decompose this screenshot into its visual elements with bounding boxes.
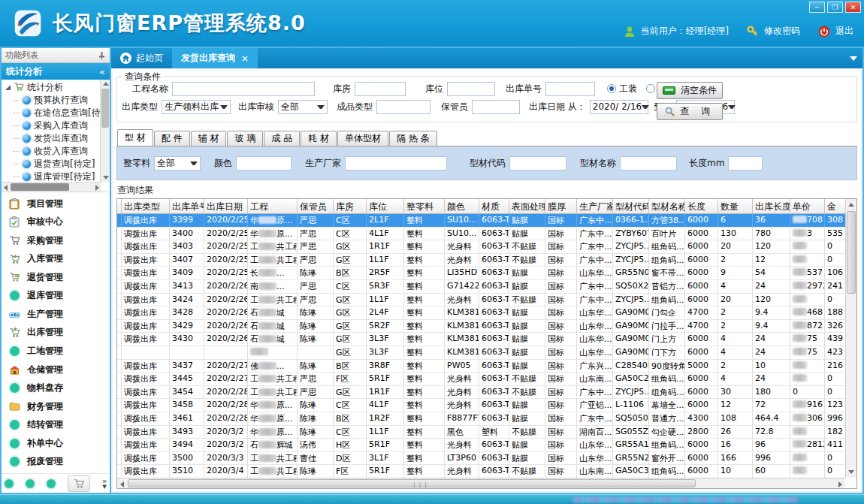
table-row[interactable]: G区3L3F整料KLM38176063-T5贴膜国标山东华...GA90M09.…	[117, 346, 845, 360]
column-header[interactable]: 数量	[718, 199, 753, 213]
tree-item[interactable]: 退货查询[待定]	[2, 158, 110, 171]
column-header[interactable]: 库位	[367, 199, 404, 213]
sidebar-group-item[interactable]: 报废管理	[2, 455, 110, 468]
sidebar-group-item[interactable]: 采购管理	[2, 234, 110, 247]
table-row[interactable]: 调拨出库33992020/2/25华原...严思C区2L1F整料SU10...6…	[117, 214, 845, 228]
product-type-input[interactable]	[376, 100, 430, 114]
column-header[interactable]: 出库类型	[122, 199, 170, 213]
toolbar-dot-icon[interactable]	[5, 479, 14, 488]
factory-input[interactable]	[345, 156, 447, 171]
table-row[interactable]: 调拨出库34092020/2/25长...陈琳B区2R5F整料LI35HD606…	[117, 267, 845, 280]
material-tab[interactable]: 耗 材	[301, 131, 337, 146]
sidebar-group-item[interactable]: 物料盘存	[2, 382, 110, 394]
warehouse-input[interactable]	[355, 82, 406, 96]
toolbar-dot-icon[interactable]	[26, 479, 35, 488]
tree-item[interactable]: 在途信息查询[待	[2, 107, 110, 119]
clear-conditions-button[interactable]: 清空条件	[657, 82, 723, 99]
column-header[interactable]: 表面处理	[509, 199, 545, 213]
table-row[interactable]: 调拨出库34542020/2/28工共工程严思G区1R1F整料光身料6063-T…	[117, 386, 845, 400]
table-row[interactable]: 调拨出库34032020/2/25工共工程严思G区1R1F整料光身料6063-T…	[117, 240, 845, 254]
keeper-input[interactable]	[472, 100, 520, 114]
location-input[interactable]	[447, 82, 495, 96]
column-header[interactable]: 库房	[334, 199, 367, 213]
column-header[interactable]: 生产厂家	[577, 199, 613, 213]
collapse-icon[interactable]: «	[99, 66, 105, 77]
table-row[interactable]: 调拨出库34302020/2/26石城陈琳G区3L3F整料KLM38176063…	[117, 333, 845, 346]
order-no-input[interactable]	[545, 82, 595, 96]
column-header[interactable]: 出库日期	[204, 199, 248, 213]
scroll-left-arrow-icon[interactable]	[120, 481, 124, 487]
table-row[interactable]: 调拨出库34132020/2/26南...严思C区5R3F整料G71422606…	[117, 280, 845, 294]
length-input[interactable]	[728, 156, 763, 171]
material-tab[interactable]: 辅 材	[191, 131, 227, 146]
scroll-up-arrow-icon[interactable]	[103, 82, 109, 86]
tree-item[interactable]: 收货入库查询	[2, 145, 110, 158]
close-button[interactable]: ✕	[845, 2, 861, 13]
scrollbar-thumb[interactable]	[101, 89, 109, 128]
scroll-down-arrow-icon[interactable]	[103, 176, 109, 180]
sidebar-group-item[interactable]: 入库管理	[2, 252, 110, 265]
table-row[interactable]: 调拨出库34242020/2/26工共工程严思G区1L1F整料光身料6063-T…	[117, 294, 845, 307]
toolbar-cart-button[interactable]	[68, 475, 90, 492]
toolbar-dot-icon[interactable]	[47, 479, 56, 488]
scrollbar-thumb[interactable]	[847, 211, 856, 294]
grid-vertical-scrollbar[interactable]	[845, 199, 856, 478]
table-row[interactable]: 调拨出库35002020/3/3工共工程曹佳D区3L1F整料LT3P606063…	[117, 452, 845, 466]
table-row[interactable]: 调拨出库34292020/2/26石城陈琳G区5R2F整料KLM38176063…	[117, 320, 845, 333]
tree-horizontal-scrollbar[interactable]	[2, 182, 101, 192]
sidebar-section-header[interactable]: 统计分析 «	[2, 63, 110, 80]
column-header[interactable]: 金	[825, 199, 845, 213]
sidebar-group-item[interactable]: 出库管理	[2, 326, 110, 339]
material-tab[interactable]: 型 材	[117, 129, 153, 146]
column-header[interactable]: 保管员	[298, 199, 334, 213]
scroll-right-arrow-icon[interactable]	[95, 185, 99, 191]
tab-close-icon[interactable]: ×	[241, 53, 249, 64]
date-from-picker[interactable]: 2020/ 2/16	[590, 100, 648, 114]
material-tab[interactable]: 隔 热 条	[389, 131, 437, 146]
tree-root-item[interactable]: 统计分析	[2, 81, 110, 94]
material-tab[interactable]: 配 件	[154, 131, 190, 146]
table-row[interactable]: 调拨出库35102020/3/4工共工程陈琳F区5R1F整料光身料6063-T5…	[117, 465, 845, 478]
pin-icon[interactable]	[98, 51, 106, 60]
profile-name-input[interactable]	[620, 156, 677, 171]
grid-horizontal-scrollbar[interactable]: ❘❘❘	[117, 478, 845, 488]
scrollbar-thumb[interactable]	[11, 183, 69, 191]
profile-code-input[interactable]	[509, 156, 566, 171]
column-header[interactable]: 材质	[479, 199, 509, 213]
sidebar-group-item[interactable]: 财务管理	[2, 400, 110, 413]
column-header[interactable]: 颜色	[445, 199, 479, 213]
sidebar-group-item[interactable]: 仓储管理	[2, 364, 110, 376]
table-row[interactable]: 调拨出库34932020/3/2华原...陈琳C区1L1F整料黑色塑料不贴膜国标…	[117, 426, 845, 439]
table-row[interactable]: 调拨出库34582020/2/28华原...陈琳C区4L1F整料光身料6063-…	[117, 399, 845, 412]
sidebar-group-item[interactable]: 退货管理	[2, 271, 110, 284]
sidebar-group-item[interactable]: 结转管理	[2, 418, 110, 431]
scroll-up-arrow-icon[interactable]	[848, 203, 854, 207]
sidebar-group-item[interactable]: 退库管理	[2, 289, 110, 302]
search-button[interactable]: 查 询	[657, 103, 723, 120]
material-tab[interactable]: 单体型材	[337, 131, 388, 146]
table-row[interactable]: 调拨出库34282020/2/26石城陈琳G区2L4F整料KLM38176063…	[117, 306, 845, 320]
sidebar-group-item[interactable]: 审核中心	[2, 216, 110, 228]
tree-vertical-scrollbar[interactable]	[100, 80, 110, 182]
table-row[interactable]: 调拨出库34002020/2/25华原...严思C区4L1F整料SU10...6…	[117, 228, 845, 241]
column-header[interactable]: 型材名称	[649, 199, 685, 213]
sidebar-group-item[interactable]: 工地管理	[2, 345, 110, 358]
change-password-link[interactable]: 修改密码	[764, 25, 800, 38]
sidebar-group-item[interactable]: 项目管理	[2, 198, 110, 210]
expander-icon[interactable]	[5, 85, 11, 90]
column-header[interactable]: 出库单号	[170, 199, 204, 213]
table-row[interactable]: 调拨出库34072020/2/25工共工程严思G区1L1F整料光身料6063-T…	[117, 254, 845, 267]
table-row[interactable]: 调拨出库34452020/2/27工共工程严思F区5R1F整料光身料6063-T…	[117, 373, 845, 386]
column-header[interactable]: 膜厚	[545, 199, 577, 213]
tree-item[interactable]: 采购入库查询	[2, 119, 110, 132]
maximize-button[interactable]: ❐	[827, 2, 843, 13]
table-row[interactable]: 调拨出库34942020/3/2石辉城汤伟H区5R1F整料光身料6063-T5贴…	[117, 439, 845, 452]
table-row[interactable]: 调拨出库34612020/2/28华原...陈琳B区1R2F整料F8877FT6…	[117, 412, 845, 426]
tab-shipping-outbound-query[interactable]: 发货出库查询 ×	[172, 48, 258, 68]
material-tab[interactable]: 成 品	[264, 131, 300, 146]
column-header[interactable]: 整零料	[404, 199, 445, 213]
material-tab[interactable]: 玻 璃	[227, 131, 263, 146]
sidebar-group-item[interactable]: 生产管理	[2, 308, 110, 321]
outbound-audit-select[interactable]: 全部	[278, 100, 328, 114]
tab-home[interactable]: 起始页	[111, 48, 172, 68]
